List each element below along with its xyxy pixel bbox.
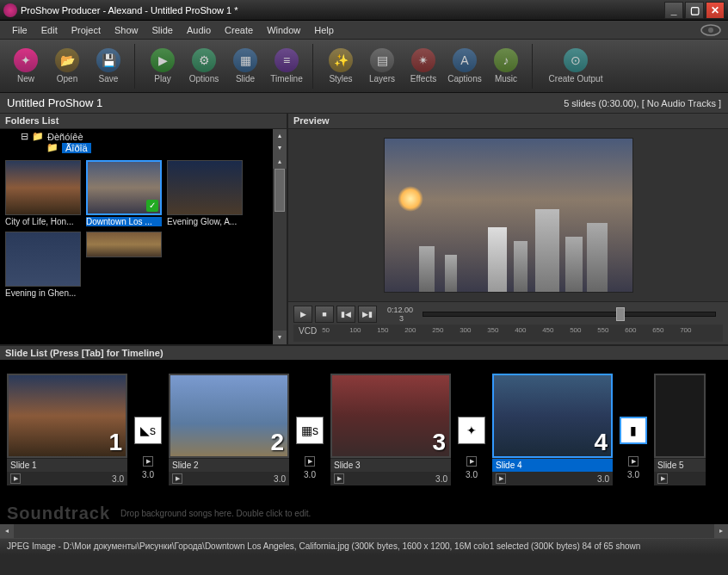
tool-options[interactable]: ⚙Options [185,44,223,89]
slide-card[interactable]: 4 Slide 4 ▶3.0 [492,374,613,485]
playback-controls: ▶ ■ ▮◀ ▶▮ 0:12.003 VCD 50100150200250300… [288,301,728,344]
menu-audio[interactable]: Audio [180,23,218,37]
menu-slide[interactable]: Slide [145,23,179,37]
folders-header: Folders List [0,114,287,129]
menubar: File Edit Project Show Slide Audio Creat… [0,21,728,40]
slide-card[interactable]: 1 Slide 1 ▶3.0 [7,374,127,485]
slide-card[interactable]: Slide 5 ▶ [654,374,706,485]
project-bar: Untitled ProShow 1 5 slides (0:30.00), [… [0,93,728,114]
slidelist-header: Slide List (Press [Tab] for Timeline) [0,344,728,360]
titlebar: ProShow Producer - Alexand - Untitled Pr… [0,0,728,21]
transition-icon[interactable]: ◣s [134,417,162,444]
tool-create-output[interactable]: ⊙Create Output [541,44,610,89]
tool-music[interactable]: ♪Music [487,44,525,89]
slide-play-icon[interactable]: ▶ [334,473,344,484]
scroll-right-icon[interactable]: ▸ [714,524,728,538]
vcd-label[interactable]: VCD [293,326,322,336]
transition-icon[interactable]: ▮ [620,417,647,444]
slide-strip: 1 Slide 1 ▶3.0 ◣s▶3.0 2 Slide 2 ▶3.0 ▦s▶… [0,360,728,502]
transition-play-icon[interactable]: ▶ [143,456,153,467]
project-title: Untitled ProShow 1 [7,96,564,109]
slide-play-icon[interactable]: ▶ [496,473,506,484]
menu-edit[interactable]: Edit [34,23,65,37]
ruler[interactable]: 5010015020025030035040045050055060065070… [322,326,723,342]
scroll-left-icon[interactable]: ◂ [0,524,14,538]
folders-panel: Folders List ⊟📁Ðèñóíêè 📁Ãîðîä ▴▾ City of… [0,114,288,344]
svg-point-1 [708,28,713,33]
minimize-button[interactable]: _ [664,2,683,19]
tool-save[interactable]: 💾Save [89,44,127,89]
slide-play-icon[interactable]: ▶ [172,473,182,484]
transition-card[interactable]: ◣s▶3.0 [131,417,165,479]
slide-play-icon[interactable]: ▶ [657,473,668,484]
close-button[interactable]: ✕ [706,2,725,19]
menu-help[interactable]: Help [307,23,341,37]
tool-timeline[interactable]: ≡Timeline [268,44,305,89]
app-icon [3,3,17,17]
transition-icon[interactable]: ✦ [458,417,485,444]
transition-card[interactable]: ▦s▶3.0 [293,417,327,479]
thumb-item[interactable]: ✓Downtown Los ... [86,160,162,226]
horizontal-scrollbar[interactable]: ◂ ▸ [0,524,728,538]
soundtrack-area[interactable]: Soundtrack Drop background songs here. D… [0,502,728,524]
folder-scrollbar[interactable]: ▴▾ [273,129,287,155]
stop-button[interactable]: ■ [315,306,334,323]
tool-open[interactable]: 📂Open [48,44,86,89]
preview-header: Preview [288,114,728,129]
project-stats: 5 slides (0:30.00), [ No Audio Tracks ] [564,98,721,108]
next-button[interactable]: ▶▮ [358,306,377,323]
tool-captions[interactable]: ACaptions [446,44,484,89]
transition-card[interactable]: ▮▶3.0 [616,417,651,479]
eye-icon[interactable] [699,22,723,38]
transition-icon[interactable]: ▦s [296,417,324,444]
tool-layers[interactable]: ▤Layers [363,44,401,89]
folder-icon: 📁 [32,131,44,142]
slide-card[interactable]: 3 Slide 3 ▶3.0 [330,374,451,485]
soundtrack-hint: Drop background songs here. Double click… [120,509,311,518]
thumb-item[interactable]: Evening in Ghen... [5,232,81,298]
transition-play-icon[interactable]: ▶ [466,456,477,467]
transition-card[interactable]: ✦▶3.0 [454,417,489,479]
menu-file[interactable]: File [5,23,34,37]
tool-new[interactable]: ✦New [7,44,45,89]
transition-play-icon[interactable]: ▶ [628,456,639,467]
folder-tree[interactable]: ⊟📁Ðèñóíêè 📁Ãîðîä ▴▾ [0,129,287,155]
thumb-item[interactable]: City of Life, Hon... [5,160,81,226]
menu-create[interactable]: Create [218,23,260,37]
maximize-button[interactable]: ▢ [685,2,704,19]
window-title: ProShow Producer - Alexand - Untitled Pr… [21,5,663,15]
time-slider[interactable] [423,312,716,317]
statusbar: JPEG Image - D:\Мои документы\Рисунки\Го… [0,538,728,555]
menu-window[interactable]: Window [260,23,307,37]
tool-play[interactable]: ▶Play [144,44,182,89]
time-display: 0:12.00 [387,306,413,314]
tool-effects[interactable]: ✴Effects [404,44,442,89]
preview-panel: Preview ▶ ■ ▮◀ ▶▮ [288,114,728,344]
preview-area[interactable] [288,129,728,301]
frame-display: 3 [387,314,404,323]
thumbnails-grid: City of Life, Hon... ✓Downtown Los ... E… [0,155,287,344]
toolbar: ✦New 📂Open 💾Save ▶Play ⚙Options ▦Slide ≡… [0,40,728,93]
slider-handle[interactable] [616,307,625,321]
thumb-item[interactable] [86,232,162,257]
check-icon: ✓ [146,200,158,212]
slide-card[interactable]: 2 Slide 2 ▶3.0 [169,374,289,485]
tool-styles[interactable]: ✨Styles [322,44,360,89]
menu-show[interactable]: Show [108,23,145,37]
folder-icon: 📁 [46,142,59,153]
prev-button[interactable]: ▮◀ [336,306,355,323]
slide-play-icon[interactable]: ▶ [10,473,21,484]
tool-slide[interactable]: ▦Slide [226,44,264,89]
thumb-item[interactable]: Evening Glow, A... [167,160,243,226]
preview-image [384,138,633,293]
play-button[interactable]: ▶ [293,306,312,323]
menu-project[interactable]: Project [65,23,108,37]
transition-play-icon[interactable]: ▶ [305,456,315,467]
soundtrack-label: Soundtrack [7,504,110,523]
thumbs-scrollbar[interactable]: ▴▾ [273,155,287,344]
